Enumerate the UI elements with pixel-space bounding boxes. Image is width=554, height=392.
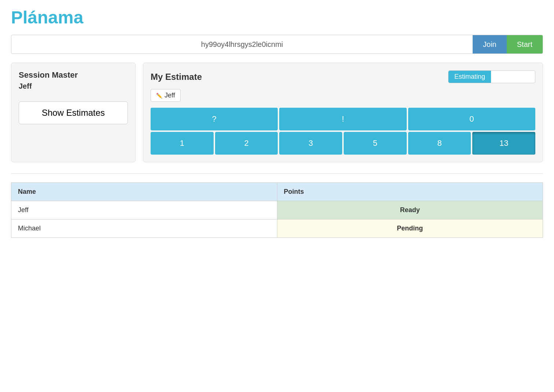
session-bar: hy99oy4lhrsgys2le0icnmi Join Start — [11, 35, 543, 54]
estimating-input[interactable] — [491, 71, 535, 83]
estimate-btn-?[interactable]: ? — [151, 108, 278, 130]
app-title: Plánama — [11, 7, 543, 27]
session-id: hy99oy4lhrsgys2le0icnmi — [11, 40, 473, 49]
estimate-btn-5[interactable]: 5 — [344, 132, 407, 155]
participants-table: Name Points JeffReadyMichaelPending — [11, 182, 543, 238]
session-master-label: Session Master — [19, 70, 128, 80]
estimate-btn-1[interactable]: 1 — [151, 132, 214, 155]
join-button[interactable]: Join — [473, 35, 507, 53]
left-panel: Session Master Jeff Show Estimates — [11, 63, 136, 162]
right-panel-header: My Estimate Estimating — [151, 70, 535, 83]
estimate-btn-8[interactable]: 8 — [408, 132, 471, 155]
main-panels: Session Master Jeff Show Estimates My Es… — [11, 63, 543, 162]
divider — [11, 173, 543, 174]
table-header-row: Name Points — [11, 183, 543, 201]
session-master-name: Jeff — [19, 82, 128, 90]
estimate-btn-0[interactable]: 0 — [408, 108, 535, 130]
participant-points: Ready — [277, 201, 543, 219]
estimating-input-area: Estimating — [448, 70, 535, 83]
participant-name: Michael — [11, 219, 277, 238]
name-column-header: Name — [11, 183, 277, 201]
estimate-btn-13[interactable]: 13 — [472, 132, 535, 155]
right-panel: My Estimate Estimating ✏️ Jeff ?!0 12358… — [143, 63, 543, 162]
participant-name: Jeff — [11, 201, 277, 219]
table-row: MichaelPending — [11, 219, 543, 238]
show-estimates-button[interactable]: Show Estimates — [19, 101, 128, 124]
estimate-btn-2[interactable]: 2 — [215, 132, 278, 155]
participants-tbody: JeffReadyMichaelPending — [11, 201, 543, 238]
start-button[interactable]: Start — [507, 35, 543, 53]
estimate-btn-3[interactable]: 3 — [279, 132, 342, 155]
table-row: JeffReady — [11, 201, 543, 219]
pencil-icon: ✏️ — [156, 93, 162, 99]
user-tag[interactable]: ✏️ Jeff — [151, 89, 181, 102]
estimate-row-2: 1235813 — [151, 132, 535, 155]
estimate-btn-![interactable]: ! — [279, 108, 406, 130]
points-column-header: Points — [277, 183, 543, 201]
participant-points: Pending — [277, 219, 543, 238]
my-estimate-title: My Estimate — [151, 72, 202, 82]
estimating-badge: Estimating — [448, 71, 491, 83]
estimate-grid: ?!0 1235813 — [151, 108, 535, 155]
user-tag-name: Jeff — [165, 92, 175, 99]
estimate-row-1: ?!0 — [151, 108, 535, 130]
